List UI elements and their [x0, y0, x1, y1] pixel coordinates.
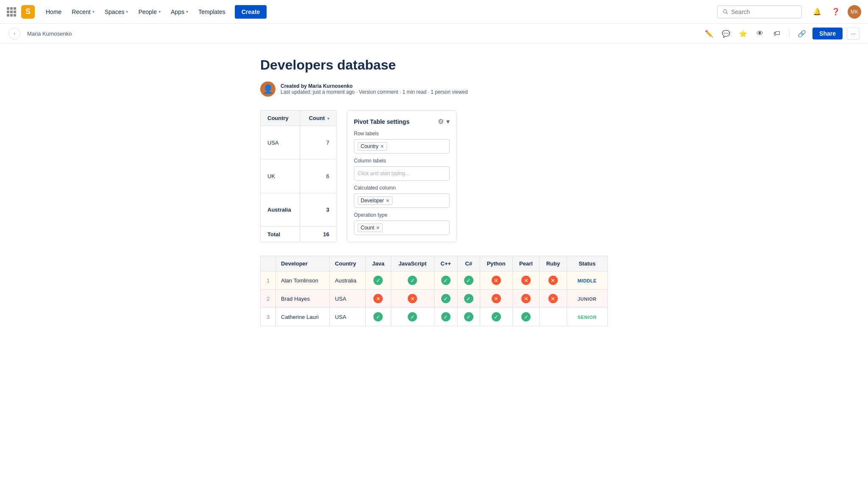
- pivot-country: Australia: [261, 193, 300, 226]
- pivot-settings-header: Pivot Table settings ⚙ ▾: [354, 117, 450, 126]
- column-labels-label: Column labels: [354, 158, 450, 164]
- table-row: 1 Alan Tomlinson Australia ✓ ✓ ✓ ✓ ✕ ✕ ✕…: [261, 271, 608, 290]
- row-tag-remove[interactable]: ✕: [380, 144, 384, 149]
- main-table-wrapper: DeveloperCountryJavaJavaScriptC++C#Pytho…: [260, 256, 608, 326]
- last-updated: Last updated: just a moment ago: [281, 89, 355, 95]
- col-count: Count ▾: [300, 111, 337, 126]
- toolbar-right: ✏️ 💬 ⭐ 👁 🏷 🔗 Share ···: [703, 27, 860, 40]
- developer-country: Australia: [330, 271, 365, 290]
- pivot-settings-panel: Pivot Table settings ⚙ ▾ Row labels Coun…: [347, 110, 457, 242]
- pearl-cell: ✕: [512, 290, 540, 308]
- python-cell: ✕: [480, 290, 512, 308]
- nav-templates[interactable]: Templates: [194, 6, 230, 18]
- check-no-icon: ✕: [492, 294, 501, 303]
- pivot-count: 3: [300, 193, 337, 226]
- share-button[interactable]: Share: [812, 28, 843, 39]
- toolbar-divider: [789, 29, 790, 38]
- nav-icon-group: 🔔 ❓ MK: [810, 5, 861, 19]
- header-col-6: C#: [458, 256, 480, 271]
- flag-icon[interactable]: 🏷: [771, 27, 783, 40]
- viewed-count: · 1 person viewed: [428, 89, 468, 95]
- breadcrumb: Maria Kurnosenko: [27, 31, 72, 37]
- watch-icon[interactable]: 👁: [754, 27, 766, 40]
- pivot-country: USA: [261, 126, 300, 159]
- row-labels-input[interactable]: Country ✕: [354, 139, 450, 154]
- search-input[interactable]: [731, 8, 795, 15]
- csharp-cell: ✓: [458, 308, 480, 326]
- check-yes-icon: ✓: [441, 276, 451, 285]
- column-labels-input[interactable]: Click and start typing...: [354, 166, 450, 181]
- check-yes-icon: ✓: [408, 312, 417, 321]
- top-navigation: S Home Recent ▾ Spaces ▾ People ▾ Apps ▾…: [0, 0, 868, 24]
- status-cell: JUNIOR: [567, 290, 607, 308]
- status-badge: MIDDLE: [574, 277, 600, 285]
- header-col-3: Java: [365, 256, 391, 271]
- pivot-table-row: UK6: [261, 159, 337, 193]
- author-info: Created by Maria Kurnosenko Last updated…: [281, 83, 468, 95]
- header-col-2: Country: [330, 256, 365, 271]
- operation-type-input[interactable]: Count ✕: [354, 221, 450, 235]
- check-no-icon: ✕: [492, 276, 501, 285]
- check-no-icon: ✕: [373, 294, 383, 303]
- pivot-area: Country Count ▾ USA7UK6Australia3 Total …: [260, 110, 608, 242]
- java-cell: ✓: [365, 308, 391, 326]
- developer-name: Brad Hayes: [276, 290, 330, 308]
- nav-people[interactable]: People ▾: [134, 6, 165, 18]
- pivot-table-row: USA7: [261, 126, 337, 159]
- row-num: 3: [261, 308, 276, 326]
- status-cell: MIDDLE: [567, 271, 607, 290]
- check-yes-icon: ✓: [464, 294, 473, 303]
- create-button[interactable]: Create: [235, 5, 267, 19]
- user-avatar[interactable]: MK: [848, 5, 861, 19]
- calculated-column-label: Calculated column: [354, 185, 450, 191]
- header-col-1: Developer: [276, 256, 330, 271]
- settings-chevron-icon[interactable]: ▾: [446, 117, 450, 126]
- status-badge: JUNIOR: [574, 295, 600, 303]
- nav-recent[interactable]: Recent ▾: [67, 6, 98, 18]
- row-num: 1: [261, 271, 276, 290]
- link-icon[interactable]: 🔗: [796, 27, 808, 40]
- settings-gear-icon[interactable]: ⚙: [438, 117, 444, 126]
- author-avatar: 👤: [260, 81, 275, 97]
- pearl-cell: ✕: [512, 271, 540, 290]
- read-time: · 1 min read: [400, 89, 426, 95]
- more-options-button[interactable]: ···: [847, 27, 860, 40]
- star-icon[interactable]: ⭐: [737, 27, 749, 40]
- app-logo[interactable]: S: [21, 5, 35, 19]
- edit-icon[interactable]: ✏️: [703, 27, 715, 40]
- search-bar[interactable]: [717, 6, 802, 18]
- row-tag-country: Country ✕: [358, 142, 387, 151]
- table-row: 3 Catherine Lauri USA ✓ ✓ ✓ ✓ ✓ ✓ SENIOR: [261, 308, 608, 326]
- row-num: 2: [261, 290, 276, 308]
- main-data-table: DeveloperCountryJavaJavaScriptC++C#Pytho…: [260, 256, 608, 326]
- developer-name: Catherine Lauri: [276, 308, 330, 326]
- sort-icon[interactable]: ▾: [327, 116, 329, 121]
- calculated-column-input[interactable]: Developer ✕: [354, 193, 450, 208]
- pivot-count: 6: [300, 159, 337, 193]
- calc-tag-remove[interactable]: ✕: [386, 198, 389, 204]
- author-section: 👤 Created by Maria Kurnosenko Last updat…: [260, 81, 608, 97]
- nav-spaces[interactable]: Spaces ▾: [100, 6, 133, 18]
- header-col-10: Status: [567, 256, 607, 271]
- operation-type-label: Operation type: [354, 212, 450, 218]
- op-tag-remove[interactable]: ✕: [376, 225, 380, 231]
- spaces-chevron-icon: ▾: [126, 9, 128, 14]
- people-chevron-icon: ▾: [159, 9, 161, 14]
- cpp-cell: ✓: [434, 271, 457, 290]
- nav-apps[interactable]: Apps ▾: [167, 6, 192, 18]
- check-yes-icon: ✓: [441, 294, 451, 303]
- grid-icon[interactable]: [7, 7, 16, 17]
- check-no-icon: ✕: [408, 294, 417, 303]
- nav-home[interactable]: Home: [42, 6, 66, 18]
- svg-point-0: [723, 9, 727, 13]
- comment-icon[interactable]: 💬: [720, 27, 732, 40]
- status-cell: SENIOR: [567, 308, 607, 326]
- op-tag-count: Count ✕: [358, 224, 383, 232]
- check-no-icon: ✕: [521, 276, 531, 285]
- table-row: 2 Brad Hayes USA ✕ ✕ ✓ ✓ ✕ ✕ ✕ JUNIOR: [261, 290, 608, 308]
- row-labels-label: Row labels: [354, 131, 450, 137]
- notifications-icon[interactable]: 🔔: [810, 5, 824, 19]
- sidebar-toggle[interactable]: ›: [8, 28, 20, 39]
- help-icon[interactable]: ❓: [829, 5, 843, 19]
- csharp-cell: ✓: [458, 271, 480, 290]
